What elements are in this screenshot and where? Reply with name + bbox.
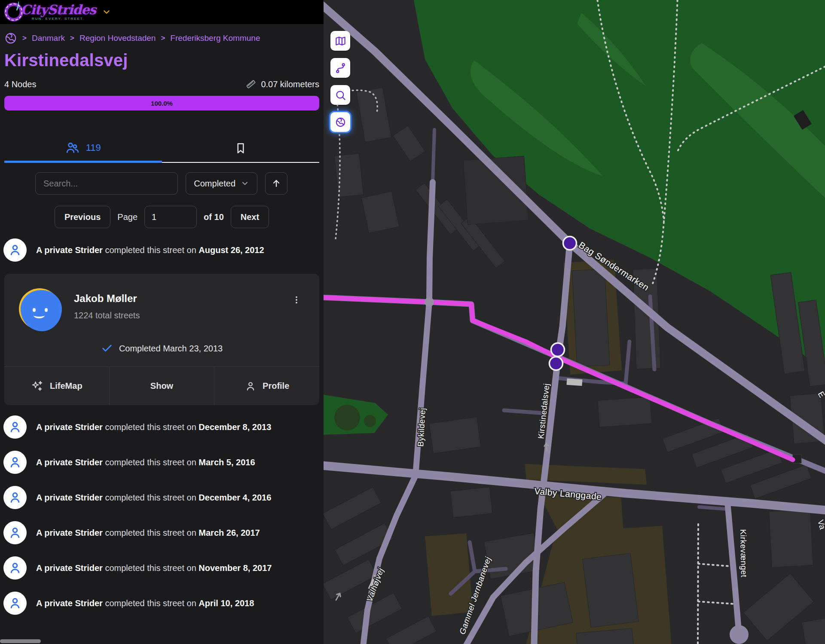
tab-bar: 119 [4,134,319,163]
pagination: Previous Page of 10 Next [0,206,324,228]
road-dead-end-bulb [730,625,749,644]
street-meta-row: 4 Nodes 0.07 kilometers [0,79,324,90]
lifemap-button[interactable]: LifeMap [4,367,109,405]
private-strider-avatar [3,238,27,262]
street-node[interactable] [551,343,565,357]
road-minor [433,130,434,182]
breadcrumb: > Danmark > Region Hovedstaden > Frederi… [0,32,324,45]
globe-icon [335,116,346,128]
breadcrumb-separator: > [161,34,165,43]
striders-count: 119 [86,142,101,153]
private-strider-avatar [3,415,27,439]
status-filter-value: Completed [194,179,235,189]
tab-striders[interactable]: 119 [4,134,162,163]
map-controls [330,31,350,132]
globe-icon[interactable] [4,32,17,45]
street-distance: 0.07 kilometers [245,79,319,90]
brand-tagline: RUN. EVERY. STREET. [32,17,96,21]
logo-ring-icon [4,3,23,21]
page-number-input[interactable] [144,206,197,228]
search-input[interactable] [35,172,178,195]
road-minor [699,507,727,509]
strider-entry: A private Strider completed this street … [0,484,324,511]
profile-button[interactable]: Profile [214,367,319,405]
ruler-icon [245,79,257,90]
map-icon [335,35,346,47]
strider-identity: Jakob Møller 1224 total streets [74,290,274,331]
completion-progress-bar: 100.0% [4,96,319,110]
breadcrumb-separator: > [70,34,74,43]
arrow-up-icon [271,178,281,189]
breadcrumb-link-country[interactable]: Danmark [32,34,65,43]
sort-direction-button[interactable] [265,172,287,195]
strider-entry: A private Strider completed this street … [0,237,324,263]
strider-entry: A private Strider completed this street … [0,414,324,440]
show-label: Show [150,381,173,391]
top-bar: CityStrides RUN. EVERY. STREET. [0,0,324,24]
map-style-button[interactable] [330,31,350,51]
strider-card-actions: LifeMap Show Profile [4,366,319,405]
map-search-button[interactable] [330,85,350,105]
avatar-face [21,290,62,331]
strider-entry-text: A private Strider completed this street … [36,245,264,255]
private-strider-avatar [3,486,27,509]
bookmark-icon [234,142,247,155]
map-canvas[interactable]: Bag Søndermarken Kirstinedalsvej Bykilde… [324,0,825,644]
sparkles-icon [31,380,44,393]
brand-name: CityStrides [21,3,96,16]
progress-percentage: 100.0% [151,100,173,107]
logo-runner-icon [13,0,20,11]
show-button[interactable]: Show [109,367,214,405]
strider-entry: A private Strider completed this street … [0,449,324,476]
strider-entry: A private Strider completed this street … [0,555,324,581]
private-strider-avatar [3,556,27,580]
strider-card: Jakob Møller 1224 total streets Complete… [4,274,319,405]
kebab-menu-icon[interactable] [286,290,307,310]
status-filter-select[interactable]: Completed [186,172,257,195]
sidebar: CityStrides RUN. EVERY. STREET. > Danmar… [0,0,324,644]
route-icon [335,62,346,74]
tab-bookmarks[interactable] [162,134,320,163]
page-title: Kirstinedalsvej [0,51,324,70]
private-strider-avatar [3,521,27,544]
citystrides-logo[interactable]: CityStrides RUN. EVERY. STREET. [4,3,96,21]
global-view-button[interactable] [330,112,350,132]
strider-total-streets: 1224 total streets [74,311,274,320]
profile-label: Profile [263,381,289,391]
completed-date: Completed March 23, 2013 [119,344,223,354]
private-strider-avatar [3,592,27,615]
strider-name[interactable]: Jakob Møller [74,293,274,305]
breadcrumb-link-city[interactable]: Frederiksberg Kommune [170,34,260,43]
menu-chevron-down-icon[interactable] [102,7,111,17]
distance-value: 0.07 kilometers [261,79,319,89]
list-controls: Completed [35,172,287,195]
page-total: of 10 [204,212,224,222]
routes-button[interactable] [330,58,350,78]
logo-text: CityStrides RUN. EVERY. STREET. [21,3,96,21]
strider-avatar[interactable] [21,290,62,331]
map-pane: Bag Søndermarken Kirstinedalsvej Bykilde… [324,0,825,644]
chevron-down-icon [241,179,249,188]
breadcrumb-link-region[interactable]: Region Hovedstaden [79,34,156,43]
strider-card-header: Jakob Møller 1224 total streets [4,274,319,331]
completed-status: Completed March 23, 2013 [4,342,319,366]
search-icon [335,89,346,101]
street-node[interactable] [550,357,563,370]
nodes-count: 4 Nodes [4,79,37,89]
check-icon [101,342,113,354]
users-icon [65,140,80,155]
private-strider-avatar [3,451,27,474]
person-icon [244,380,257,392]
citystrides-app: CityStrides RUN. EVERY. STREET. > Danmar… [0,0,825,644]
previous-page-button[interactable]: Previous [55,206,110,228]
route-point [425,297,434,307]
next-page-button[interactable]: Next [231,206,269,228]
street-node[interactable] [563,237,577,250]
strider-entry: A private Strider completed this street … [0,590,324,617]
street-label-kirkevaenget: Kirkevænget [739,529,749,578]
page-label: Page [117,212,138,222]
strider-entry: A private Strider completed this street … [0,519,324,546]
horizontal-scrollbar-thumb[interactable] [0,639,41,643]
breadcrumb-separator: > [22,34,27,43]
lifemap-label: LifeMap [50,381,82,391]
